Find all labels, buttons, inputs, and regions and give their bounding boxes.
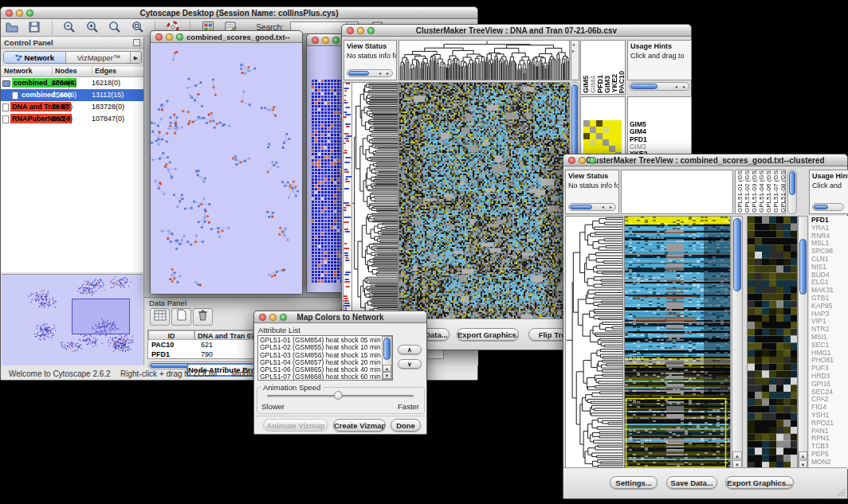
scrollbar-thumb[interactable] bbox=[733, 218, 741, 291]
zoom-window-icon[interactable] bbox=[26, 10, 33, 17]
tab-vizmapper[interactable]: VizMapper™ bbox=[66, 52, 132, 63]
zoom-window-icon[interactable] bbox=[176, 33, 183, 41]
treeview2-vscrollbar1[interactable]: ▲ ▼ bbox=[732, 216, 743, 469]
column-dendrogram-canvas[interactable] bbox=[399, 41, 569, 80]
main-window-titlebar[interactable]: Cytoscape Desktop (Session Name: collins… bbox=[1, 7, 477, 19]
delete-attribute-icon[interactable] bbox=[193, 308, 213, 326]
network-canvas[interactable] bbox=[151, 43, 302, 294]
treeview2-row-tree[interactable] bbox=[565, 216, 623, 469]
scrollbar-thumb[interactable] bbox=[630, 84, 658, 89]
zoom-window-icon[interactable] bbox=[280, 314, 287, 321]
row-dendrogram-canvas[interactable] bbox=[352, 83, 398, 318]
column-label[interactable]: GPL51-07 (GSM868) bbox=[772, 170, 779, 213]
scrollbar-thumb[interactable] bbox=[348, 71, 369, 76]
resize-grip-icon[interactable] bbox=[836, 487, 846, 497]
minimize-icon[interactable] bbox=[579, 157, 586, 164]
close-icon[interactable] bbox=[155, 33, 163, 41]
column-label[interactable]: GPL51-06 (GSM865) bbox=[765, 170, 772, 213]
network-tree-row[interactable]: DNA and Tran 07769(0)183728(0) bbox=[1, 101, 143, 113]
heatmap-canvas[interactable] bbox=[625, 217, 730, 468]
save-data-button[interactable]: Save Data... bbox=[666, 476, 717, 489]
close-icon[interactable] bbox=[347, 27, 354, 34]
attribute-list-scrollbar[interactable]: ▲ ▼ bbox=[382, 336, 392, 380]
view-status-hscrollbar[interactable]: ◂ ▸ bbox=[568, 203, 616, 211]
column-label[interactable]: GPL51-08 (GSM872) bbox=[779, 170, 786, 213]
similarity-matrix[interactable] bbox=[583, 120, 622, 158]
close-icon[interactable] bbox=[312, 37, 319, 44]
scroll-right-icon[interactable]: ▸ bbox=[607, 204, 614, 210]
scroll-up-icon[interactable]: ▲ bbox=[732, 451, 742, 459]
column-label[interactable]: GPL51-01 (GSM854) bbox=[736, 170, 744, 213]
scroll-left-icon[interactable]: ◂ bbox=[572, 41, 575, 47]
scroll-right-icon[interactable]: ▸ bbox=[572, 48, 575, 53]
treeview1-column-tree[interactable] bbox=[398, 40, 570, 80]
scroll-left-icon[interactable]: ◂ bbox=[673, 84, 680, 90]
scroll-down-icon[interactable]: ▼ bbox=[383, 372, 391, 379]
column-label[interactable]: GPL51-02 (GSM855) bbox=[744, 170, 751, 213]
network-tree-row[interactable]: RNAPuberNov2-I563(0)107847(0) bbox=[1, 113, 143, 125]
tab-network[interactable]: Network bbox=[4, 52, 66, 63]
scrollbar-thumb[interactable] bbox=[799, 239, 807, 295]
zoom-selected-icon[interactable] bbox=[129, 20, 147, 36]
animate-vizmap-button[interactable]: Animate Vizmap bbox=[263, 419, 328, 432]
scrollbar-thumb[interactable] bbox=[814, 205, 828, 209]
minimize-icon[interactable] bbox=[322, 37, 329, 44]
scrollbar-thumb[interactable] bbox=[383, 338, 391, 360]
move-up-button[interactable]: ∧ bbox=[398, 345, 422, 354]
zoom-out-icon[interactable] bbox=[61, 20, 78, 36]
network-tree-row[interactable]: combined_scores2764(0)16218(0) bbox=[1, 77, 143, 89]
scroll-right-icon[interactable]: ▸ bbox=[681, 84, 688, 90]
treeview2-heatmap[interactable] bbox=[624, 216, 731, 469]
network-tree-row[interactable]: combined_sco2569(6)13112(15) bbox=[1, 89, 143, 101]
close-icon[interactable] bbox=[259, 314, 266, 321]
create-vizmap-button[interactable]: Create Vizmap bbox=[333, 419, 386, 432]
attribute-listbox[interactable]: GPL51-01 (GSM854) heat shock 05 minGPL51… bbox=[257, 335, 393, 381]
network-overview-panel[interactable] bbox=[2, 274, 143, 365]
row-dendrogram-canvas[interactable] bbox=[566, 217, 622, 468]
float-panel-icon[interactable] bbox=[133, 39, 140, 46]
network-window-titlebar[interactable]: combined_scores_good.txt--cluste... bbox=[151, 31, 302, 43]
scroll-right-icon[interactable]: ▸ bbox=[384, 70, 391, 76]
scrollbar-thumb[interactable] bbox=[570, 205, 592, 209]
label[interactable]: PAC10 bbox=[618, 71, 626, 93]
scroll-left-icon[interactable]: ◂ bbox=[376, 70, 383, 76]
treeview2-titlebar[interactable]: ClusterMaker TreeView : combined_scores_… bbox=[563, 154, 847, 166]
new-attribute-icon[interactable] bbox=[171, 308, 191, 326]
treeview1-titlebar[interactable]: ClusterMaker TreeView : DNA and Tran 07-… bbox=[342, 25, 691, 37]
treeview2-zoom-panel[interactable] bbox=[747, 216, 798, 469]
map-dialog-titlebar[interactable]: Map Colors to Network bbox=[254, 311, 426, 323]
treeview2-column-tree[interactable] bbox=[621, 170, 733, 214]
attribute-table-icon[interactable] bbox=[150, 308, 170, 326]
treeview1-hscrollbar2[interactable]: ◂ ▸ bbox=[629, 82, 689, 91]
zoom-window-icon[interactable] bbox=[367, 27, 375, 34]
column-labels-scrollbar[interactable] bbox=[787, 170, 797, 214]
minimize-icon[interactable] bbox=[269, 314, 277, 321]
treeview2-vscrollbar2[interactable]: ▲ ▼ bbox=[798, 216, 808, 469]
heatmap-canvas[interactable] bbox=[399, 83, 569, 318]
minimize-icon[interactable] bbox=[357, 27, 364, 34]
speed-slider-thumb[interactable] bbox=[334, 391, 343, 400]
move-down-button[interactable]: ∨ bbox=[398, 359, 422, 369]
zoom-in-icon[interactable] bbox=[84, 20, 101, 36]
gene-label[interactable]: MON2 bbox=[811, 459, 834, 467]
scrollbar-thumb[interactable] bbox=[789, 171, 795, 195]
done-button[interactable]: Done bbox=[391, 419, 421, 432]
scroll-left-icon[interactable]: ◂ bbox=[599, 204, 607, 210]
usage-hints-hscrollbar[interactable] bbox=[812, 203, 844, 211]
scroll-up-icon[interactable]: ▲ bbox=[383, 365, 391, 372]
tab-overflow-button[interactable]: ▶ bbox=[130, 52, 141, 63]
treeview1-row-tree[interactable] bbox=[351, 82, 398, 319]
column-tree-scroll[interactable]: ◂ ▸ bbox=[571, 40, 579, 80]
export-graphics-button[interactable]: Export Graphics... bbox=[725, 476, 794, 489]
zoom-window-icon[interactable] bbox=[332, 37, 340, 44]
export-graphics-button[interactable]: Export Graphics... bbox=[457, 328, 519, 341]
treeview1-heatmap[interactable] bbox=[398, 82, 570, 319]
column-label[interactable]: GPL51-04 (GSM857) bbox=[758, 170, 765, 213]
save-icon[interactable] bbox=[26, 20, 43, 36]
scroll-up-icon[interactable]: ▲ bbox=[799, 451, 807, 459]
close-icon[interactable] bbox=[6, 10, 13, 17]
zoom-fit-icon[interactable] bbox=[106, 20, 124, 36]
network-overview-canvas[interactable] bbox=[2, 275, 143, 365]
open-icon[interactable] bbox=[3, 20, 21, 36]
close-icon[interactable] bbox=[568, 157, 575, 164]
